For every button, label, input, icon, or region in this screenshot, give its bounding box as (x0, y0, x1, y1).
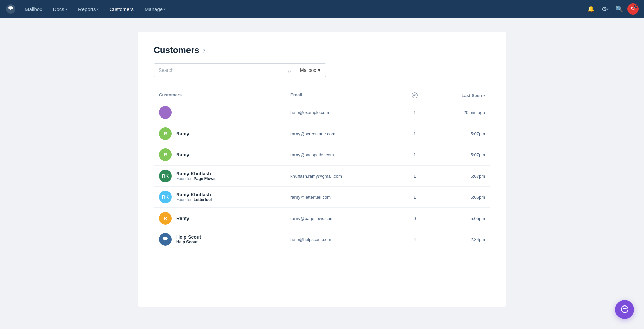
nav-customers[interactable]: Customers (105, 4, 139, 14)
last-seen-cell: 20 min ago (431, 110, 485, 115)
nav-reports[interactable]: Reports ▾ (73, 4, 104, 14)
conversation-count: 1 (398, 131, 431, 136)
table-row[interactable]: RK Ramy Khuffash Founder, Page Flows khu… (154, 166, 490, 187)
search-button[interactable]: 🔍 (613, 3, 625, 15)
nav-manage[interactable]: Manage ▾ (140, 4, 170, 14)
email-cell: ramy@pageflows.com (290, 216, 398, 221)
customer-info: Ramy Khuffash Founder, Letterfuel (176, 192, 212, 202)
customer-cell: R Ramy (159, 148, 290, 161)
bell-icon: 🔔 (587, 5, 595, 13)
page-header: Customers 7 (154, 45, 490, 55)
table-header: Customers Email Last Seen ▾ (154, 89, 490, 102)
user-avatar-button[interactable]: SJ (627, 3, 639, 15)
customer-info: Help Scout Help Scout (176, 234, 201, 244)
customer-name: Ramy (176, 152, 189, 157)
email-cell: ramy@saaspaths.com (290, 152, 398, 157)
conversation-count: 0 (398, 216, 431, 221)
main-content: Customers 7 ⌕ Mailbox ▾ Customers Email (0, 18, 644, 320)
avatar (159, 106, 172, 119)
email-cell: khuffash.ramy@gmail.com (290, 174, 398, 179)
manage-chevron-icon: ▾ (164, 7, 166, 11)
table-row[interactable]: help@example.com 1 20 min ago (154, 102, 490, 123)
logo[interactable] (5, 4, 16, 14)
last-seen-cell: 5:07pm (431, 131, 485, 136)
avatar: R (159, 212, 172, 225)
avatar (159, 233, 172, 246)
email-cell: ramy@letterfuel.com (290, 195, 398, 200)
nav-mailbox[interactable]: Mailbox (20, 4, 47, 14)
avatar: RK (159, 191, 172, 203)
customer-name: Ramy (176, 131, 189, 136)
customer-info: Ramy Khuffash Founder, Page Flows (176, 171, 216, 181)
search-submit-button[interactable]: ⌕ (288, 67, 291, 73)
notifications-button[interactable]: 🔔 (585, 3, 597, 15)
customers-count: 7 (203, 48, 206, 54)
conversation-count: 1 (398, 110, 431, 115)
settings-chevron-icon: ▾ (607, 7, 609, 11)
customer-cell: R Ramy (159, 127, 290, 140)
nav-right: 🔔 ⚙ ▾ 🔍 SJ (585, 3, 639, 15)
mailbox-chevron-icon: ▾ (318, 67, 320, 73)
conversation-count: 1 (398, 152, 431, 157)
customer-cell (159, 106, 290, 119)
search-row: ⌕ Mailbox ▾ (154, 63, 490, 77)
nav-links: Mailbox Docs ▾ Reports ▾ Customers Manag… (20, 4, 585, 14)
table-row[interactable]: R Ramy ramy@saaspaths.com 1 5:07pm (154, 144, 490, 166)
settings-button[interactable]: ⚙ ▾ (599, 3, 611, 15)
th-email: Email (290, 92, 398, 98)
customer-sub: Help Scout (176, 240, 201, 244)
nav-docs[interactable]: Docs ▾ (48, 4, 72, 14)
search-icon: 🔍 (615, 5, 623, 13)
table-row[interactable]: R Ramy ramy@screenlane.com 1 5:07pm (154, 123, 490, 144)
table-row[interactable]: R Ramy ramy@pageflows.com 0 5:05pm (154, 208, 490, 229)
navbar: Mailbox Docs ▾ Reports ▾ Customers Manag… (0, 0, 644, 18)
page-title: Customers (154, 45, 199, 55)
table-row[interactable]: RK Ramy Khuffash Founder, Letterfuel ram… (154, 187, 490, 208)
avatar: R (159, 127, 172, 140)
search-wrapper: ⌕ (154, 63, 294, 77)
email-cell: ramy@screenlane.com (290, 131, 398, 136)
avatar: RK (159, 170, 172, 182)
search-input[interactable] (154, 63, 294, 77)
last-seen-sort-icon: ▾ (483, 94, 485, 97)
th-last-seen[interactable]: Last Seen ▾ (431, 92, 485, 98)
customer-cell: Help Scout Help Scout (159, 233, 290, 246)
last-seen-cell: 5:07pm (431, 152, 485, 157)
customer-cell: RK Ramy Khuffash Founder, Page Flows (159, 170, 290, 182)
customer-name: Ramy Khuffash (176, 171, 216, 176)
last-seen-cell: 2:34pm (431, 237, 485, 242)
customer-cell: RK Ramy Khuffash Founder, Letterfuel (159, 191, 290, 203)
svg-point-2 (621, 306, 628, 313)
th-conversations (398, 92, 431, 98)
search-submit-icon: ⌕ (288, 67, 291, 73)
conversation-count: 1 (398, 195, 431, 200)
conversation-count: 1 (398, 174, 431, 179)
customer-info: Ramy (176, 131, 189, 136)
avatar: R (159, 148, 172, 161)
email-cell: help@example.com (290, 110, 398, 115)
customer-info: Ramy (176, 152, 189, 157)
customers-container: Customers 7 ⌕ Mailbox ▾ Customers Email (138, 32, 506, 307)
last-seen-cell: 5:06pm (431, 195, 485, 200)
table-body: help@example.com 1 20 min ago R Ramy ram… (154, 102, 490, 250)
customer-name: Ramy (176, 216, 189, 221)
customer-name: Help Scout (176, 234, 201, 240)
docs-chevron-icon: ▾ (66, 7, 67, 11)
customer-sub: Founder, Letterfuel (176, 197, 212, 202)
mailbox-filter-button[interactable]: Mailbox ▾ (294, 63, 326, 77)
notification-badge (634, 5, 637, 8)
th-customers: Customers (159, 92, 290, 98)
conversation-count: 4 (398, 237, 431, 242)
table-row[interactable]: Help Scout Help Scout help@helpscout.com… (154, 229, 490, 250)
last-seen-cell: 5:07pm (431, 174, 485, 179)
customer-name: Ramy Khuffash (176, 192, 212, 197)
gear-icon: ⚙ (602, 5, 607, 13)
customer-sub: Founder, Page Flows (176, 176, 216, 181)
chat-fab-button[interactable] (615, 300, 634, 319)
svg-point-1 (412, 93, 417, 98)
customer-info: Ramy (176, 216, 189, 221)
reports-chevron-icon: ▾ (97, 7, 99, 11)
customer-cell: R Ramy (159, 212, 290, 225)
email-cell: help@helpscout.com (290, 237, 398, 242)
last-seen-cell: 5:05pm (431, 216, 485, 221)
